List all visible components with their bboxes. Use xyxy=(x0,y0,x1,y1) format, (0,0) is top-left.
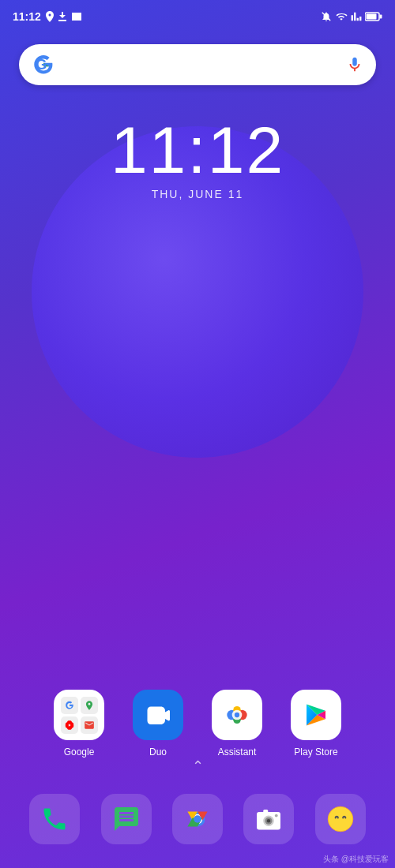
status-left: 11:12 xyxy=(13,10,82,23)
svg-rect-20 xyxy=(264,810,269,814)
folder-google-icon xyxy=(61,697,78,714)
folder-maps-icon xyxy=(81,697,98,714)
swipe-indicator[interactable]: ⌃ xyxy=(192,758,204,775)
clock-date: THU, JUNE 11 xyxy=(0,188,395,200)
svg-point-15 xyxy=(194,815,201,823)
google-folder-grid xyxy=(56,692,103,739)
app-item-play-store[interactable]: Play Store xyxy=(284,690,348,758)
svg-rect-2 xyxy=(367,14,377,20)
dock xyxy=(0,794,395,844)
svg-text:G: G xyxy=(36,56,47,73)
dock-camera[interactable] xyxy=(243,794,294,844)
status-bar: 11:12 xyxy=(0,0,395,28)
duo-icon[interactable] xyxy=(133,690,183,740)
signal-bars-icon xyxy=(351,11,362,22)
wifi-icon xyxy=(335,11,348,22)
microphone-icon[interactable] xyxy=(346,56,363,73)
assistant-label: Assistant xyxy=(218,746,257,758)
app-item-google[interactable]: Google xyxy=(47,690,111,758)
status-right xyxy=(321,11,382,22)
app-item-assistant[interactable]: Assistant xyxy=(205,690,269,758)
app-grid: Google Duo Assistant xyxy=(0,690,395,758)
notification-mute-icon xyxy=(321,11,332,22)
google-folder-icon[interactable] xyxy=(54,690,104,740)
search-bar[interactable]: G xyxy=(19,44,376,85)
assistant-svg xyxy=(222,700,252,730)
google-logo: G xyxy=(32,53,55,77)
duo-label: Duo xyxy=(149,746,167,758)
google-label: Google xyxy=(64,746,95,758)
battery-icon xyxy=(365,12,382,21)
play-store-icon[interactable] xyxy=(291,690,341,740)
duo-svg xyxy=(144,701,172,729)
dock-messages[interactable] xyxy=(101,794,152,844)
phone-icon xyxy=(40,805,69,833)
play-store-svg xyxy=(302,701,330,729)
assistant-icon[interactable] xyxy=(212,690,262,740)
clock-section: 11:12 THU, JUNE 11 xyxy=(0,117,395,200)
watermark: 头条 @科技爱玩客 xyxy=(323,854,389,865)
dock-files[interactable] xyxy=(315,794,366,844)
svg-point-19 xyxy=(267,819,271,823)
app-item-duo[interactable]: Duo xyxy=(126,690,190,758)
download-icon xyxy=(58,12,66,21)
status-time: 11:12 xyxy=(13,10,41,23)
chrome-icon xyxy=(182,804,213,834)
svg-rect-3 xyxy=(380,15,382,19)
folder-youtube-icon xyxy=(61,716,78,734)
files-icon xyxy=(325,804,356,834)
camera-icon xyxy=(254,805,283,833)
svg-point-11 xyxy=(235,713,239,717)
play-store-label: Play Store xyxy=(294,746,337,758)
dock-phone[interactable] xyxy=(29,794,80,844)
svg-point-21 xyxy=(275,814,278,817)
clock-time: 11:12 xyxy=(0,117,395,183)
location-icon xyxy=(46,11,54,22)
dock-chrome[interactable] xyxy=(172,794,223,844)
folder-gmail-icon xyxy=(81,716,98,734)
messages-icon xyxy=(112,805,141,833)
image-icon xyxy=(71,12,82,21)
